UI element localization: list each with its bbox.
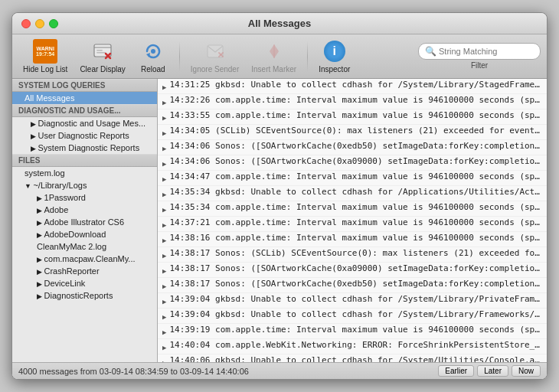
log-entry[interactable]: ▶14:40:06 gkbsd: Unable to collect cdhas… bbox=[158, 354, 547, 362]
sidebar-section-system-log: SYSTEM LOG QUERIES bbox=[12, 79, 157, 92]
log-arrow: ▶ bbox=[162, 155, 166, 170]
log-text: 14:35:34 gkbsd: Unable to collect cdhash… bbox=[169, 186, 542, 198]
sidebar-item-adobe[interactable]: Adobe bbox=[12, 204, 157, 216]
log-entry[interactable]: ▶14:35:34 gkbsd: Unable to collect cdhas… bbox=[158, 186, 547, 201]
log-text: 14:39:04 gkbsd: Unable to collect cdhash… bbox=[169, 309, 542, 321]
sidebar-item-library-logs[interactable]: ~/Library/Logs bbox=[12, 179, 157, 191]
log-text: 14:35:34 com.apple.time: Interval maximu… bbox=[169, 201, 542, 214]
svg-rect-3 bbox=[96, 52, 106, 54]
sidebar-item-system-log[interactable]: system.log bbox=[12, 167, 157, 179]
log-text: 14:38:17 Sonos: ([SOArtworkCache(0xa0900… bbox=[169, 263, 542, 275]
sidebar-item-macpaw[interactable]: com.macpaw.CleanMy... bbox=[12, 253, 157, 265]
ignore-sender-icon bbox=[203, 39, 227, 64]
log-entry[interactable]: ▶14:39:04 gkbsd: Unable to collect cdhas… bbox=[158, 309, 547, 324]
search-input[interactable] bbox=[439, 47, 531, 56]
log-text: 14:38:17 Sonos: (SCLib) SCEventSource(0)… bbox=[169, 247, 542, 260]
clear-display-label: Clear Display bbox=[80, 65, 125, 74]
insert-marker-label: Insert Marker bbox=[251, 65, 296, 74]
log-text: 14:33:55 com.apple.time: Interval maximu… bbox=[169, 109, 542, 122]
clear-display-icon bbox=[90, 39, 115, 64]
filter-label: Filter bbox=[471, 61, 488, 70]
traffic-lights bbox=[21, 19, 58, 28]
sidebar-item-adobe-illustrator[interactable]: Adobe Illustrator CS6 bbox=[12, 216, 157, 228]
log-text: 14:32:26 com.apple.time: Interval maximu… bbox=[169, 94, 542, 106]
log-entry[interactable]: ▶14:38:17 Sonos: ([SOArtworkCache(0xa090… bbox=[158, 263, 547, 278]
log-entry[interactable]: ▶14:33:55 com.apple.time: Interval maxim… bbox=[158, 109, 547, 125]
sidebar-item-adobedownload[interactable]: AdobeDownload bbox=[12, 228, 157, 240]
reload-icon bbox=[141, 39, 165, 64]
maximize-button[interactable] bbox=[49, 19, 58, 28]
log-text: 14:31:25 gkbsd: Unable to collect cdhash… bbox=[169, 79, 542, 91]
sidebar-item-user-diagnostic[interactable]: User Diagnostic Reports bbox=[12, 129, 157, 142]
search-icon: 🔍 bbox=[425, 46, 436, 57]
reload-button[interactable]: Reload bbox=[133, 38, 173, 76]
sidebar-item-all-messages[interactable]: All Messages bbox=[12, 92, 157, 104]
insert-marker-button[interactable]: Insert Marker bbox=[247, 38, 301, 76]
log-text: 14:40:06 gkbsd: Unable to collect cdhash… bbox=[169, 354, 542, 362]
log-arrow: ▶ bbox=[162, 140, 166, 155]
log-entry[interactable]: ▶14:37:21 com.apple.time: Interval maxim… bbox=[158, 217, 547, 232]
close-button[interactable] bbox=[21, 19, 31, 28]
sidebar-item-crashreporter[interactable]: CrashReporter bbox=[12, 265, 157, 277]
sidebar-item-1password[interactable]: 1Password bbox=[12, 191, 157, 204]
earlier-button[interactable]: Earlier bbox=[438, 365, 474, 377]
log-text: 14:34:05 (SCLib) SCEventSource(0): max l… bbox=[169, 125, 542, 137]
log-arrow: ▶ bbox=[162, 201, 166, 216]
ignore-sender-button[interactable]: Ignore Sender bbox=[186, 38, 244, 76]
sidebar-item-cleanmymac[interactable]: CleanMyMac 2.log bbox=[12, 240, 157, 253]
log-text: 14:34:06 Sonos: ([SOArtworkCache(0xedb50… bbox=[169, 140, 542, 152]
hide-log-list-button[interactable]: WARNI 19:7:54 Hide Log List bbox=[18, 38, 72, 76]
sidebar-item-devicelink[interactable]: DeviceLink bbox=[12, 277, 157, 289]
clear-display-button[interactable]: Clear Display bbox=[75, 38, 129, 76]
log-text: 14:38:17 Sonos: ([SOArtworkCache(0xedb50… bbox=[169, 278, 542, 290]
sidebar-section-files: FILES bbox=[12, 154, 157, 167]
log-entry[interactable]: ▶14:34:47 com.apple.time: Interval maxim… bbox=[158, 171, 547, 186]
log-entry[interactable]: ▶14:31:25 gkbsd: Unable to collect cdhas… bbox=[158, 79, 547, 94]
reload-label: Reload bbox=[141, 65, 165, 74]
log-arrow: ▶ bbox=[162, 263, 166, 277]
minimize-button[interactable] bbox=[35, 19, 44, 28]
log-entry[interactable]: ▶14:34:05 (SCLib) SCEventSource(0): max … bbox=[158, 125, 547, 140]
log-arrow: ▶ bbox=[162, 354, 166, 362]
log-entry[interactable]: ▶14:34:06 Sonos: ([SOArtworkCache(0xa090… bbox=[158, 155, 547, 171]
log-area: ▶14:31:25 gkbsd: Unable to collect cdhas… bbox=[158, 79, 547, 362]
log-text: 14:39:04 gkbsd: Unable to collect cdhash… bbox=[169, 293, 542, 305]
log-entry[interactable]: ▶14:39:19 com.apple.time: Interval maxim… bbox=[158, 324, 547, 339]
search-bar[interactable]: 🔍 bbox=[418, 43, 541, 60]
log-entry[interactable]: ▶14:40:04 com.apple.WebKit.Networking: E… bbox=[158, 339, 547, 354]
log-entry[interactable]: ▶14:39:04 gkbsd: Unable to collect cdhas… bbox=[158, 293, 547, 309]
sidebar-item-diagnosticreports[interactable]: DiagnosticReports bbox=[12, 289, 157, 302]
log-text: 14:37:21 com.apple.time: Interval maximu… bbox=[169, 217, 542, 229]
status-message: 4000 messages from 03-09-14 08:34:59 to … bbox=[18, 367, 249, 376]
window-title: All Messages bbox=[248, 18, 311, 29]
log-arrow: ▶ bbox=[162, 232, 166, 247]
log-arrow: ▶ bbox=[162, 217, 166, 231]
now-button[interactable]: Now bbox=[512, 365, 541, 377]
status-bar: 4000 messages from 03-09-14 08:34:59 to … bbox=[12, 362, 547, 379]
log-arrow: ▶ bbox=[162, 309, 166, 323]
svg-rect-2 bbox=[96, 50, 103, 51]
log-arrow: ▶ bbox=[162, 171, 166, 185]
log-entry[interactable]: ▶14:38:17 Sonos: ([SOArtworkCache(0xedb5… bbox=[158, 278, 547, 293]
sidebar-section-diagnostic: DIAGNOSTIC AND USAGE... bbox=[12, 104, 157, 117]
sidebar-item-diagnostic-usage[interactable]: Diagnostic and Usage Mes... bbox=[12, 117, 157, 129]
toolbar-divider-1 bbox=[179, 41, 180, 72]
log-entry[interactable]: ▶14:38:17 Sonos: (SCLib) SCEventSource(0… bbox=[158, 247, 547, 263]
title-bar: All Messages bbox=[12, 13, 547, 34]
log-entry[interactable]: ▶14:35:34 com.apple.time: Interval maxim… bbox=[158, 201, 547, 217]
sidebar-item-system-diagnostic[interactable]: System Diagnostic Reports bbox=[12, 142, 157, 154]
svg-point-7 bbox=[151, 49, 155, 54]
main-window: All Messages WARNI 19:7:54 Hide Log List bbox=[11, 12, 548, 380]
later-button[interactable]: Later bbox=[477, 365, 508, 377]
log-text: 14:34:47 com.apple.time: Interval maximu… bbox=[169, 171, 542, 183]
log-arrow: ▶ bbox=[162, 94, 166, 109]
log-text: 14:40:04 com.apple.WebKit.Networking: ER… bbox=[169, 339, 542, 351]
log-entry[interactable]: ▶14:38:16 com.apple.time: Interval maxim… bbox=[158, 232, 547, 247]
log-arrow: ▶ bbox=[162, 324, 166, 338]
log-entry[interactable]: ▶14:34:06 Sonos: ([SOArtworkCache(0xedb5… bbox=[158, 140, 547, 155]
status-bar-controls: Earlier Later Now bbox=[438, 365, 541, 377]
log-arrow: ▶ bbox=[162, 247, 166, 262]
inspector-button[interactable]: i Inspector bbox=[314, 38, 355, 76]
log-entry[interactable]: ▶14:32:26 com.apple.time: Interval maxim… bbox=[158, 94, 547, 109]
hide-log-list-icon: WARNI 19:7:54 bbox=[33, 39, 57, 64]
